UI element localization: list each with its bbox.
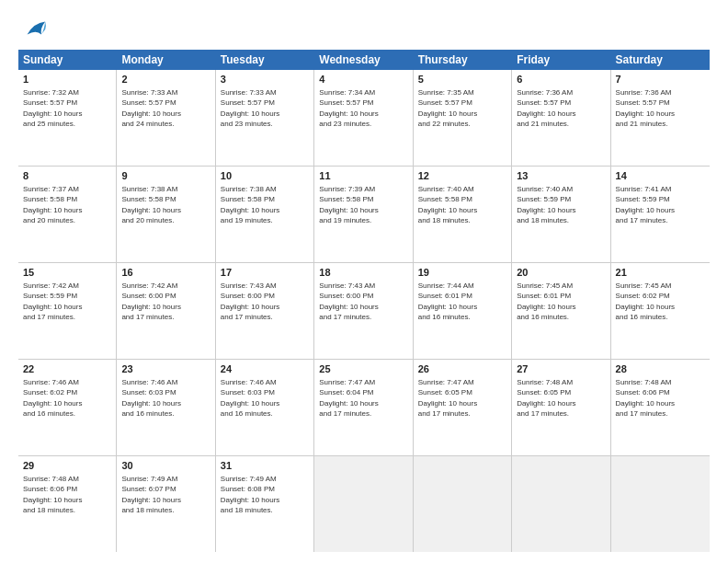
day-number: 14 bbox=[616, 169, 705, 183]
calendar-cell: 31Sunrise: 7:49 AMSunset: 6:08 PMDayligh… bbox=[216, 456, 314, 552]
day-number: 27 bbox=[517, 362, 605, 376]
calendar-cell: 11Sunrise: 7:39 AMSunset: 5:58 PMDayligh… bbox=[314, 167, 413, 262]
calendar-body: 1Sunrise: 7:32 AMSunset: 5:57 PMDaylight… bbox=[18, 70, 710, 552]
cell-info: Sunrise: 7:47 AMSunset: 6:05 PMDaylight:… bbox=[418, 378, 477, 418]
calendar-cell: 25Sunrise: 7:47 AMSunset: 6:04 PMDayligh… bbox=[314, 360, 413, 455]
calendar-cell: 15Sunrise: 7:42 AMSunset: 5:59 PMDayligh… bbox=[18, 263, 117, 359]
calendar-cell: 14Sunrise: 7:41 AMSunset: 5:59 PMDayligh… bbox=[611, 167, 710, 262]
day-number: 4 bbox=[319, 73, 407, 86]
calendar-cell: 26Sunrise: 7:47 AMSunset: 6:05 PMDayligh… bbox=[414, 360, 512, 455]
calendar-cell bbox=[512, 456, 610, 552]
day-number: 13 bbox=[517, 169, 605, 183]
calendar-cell: 23Sunrise: 7:46 AMSunset: 6:03 PMDayligh… bbox=[117, 360, 215, 455]
calendar-row: 22Sunrise: 7:46 AMSunset: 6:02 PMDayligh… bbox=[18, 360, 710, 456]
day-number: 1 bbox=[23, 73, 111, 86]
page: Sunday Monday Tuesday Wednesday Thursday… bbox=[0, 0, 728, 563]
cell-info: Sunrise: 7:46 AMSunset: 6:02 PMDaylight:… bbox=[23, 378, 82, 418]
day-number: 26 bbox=[418, 362, 506, 376]
day-number: 18 bbox=[319, 266, 407, 280]
cell-info: Sunrise: 7:33 AMSunset: 5:57 PMDaylight:… bbox=[221, 88, 279, 128]
calendar-cell: 12Sunrise: 7:40 AMSunset: 5:58 PMDayligh… bbox=[414, 167, 512, 262]
calendar-cell: 28Sunrise: 7:48 AMSunset: 6:06 PMDayligh… bbox=[611, 360, 710, 455]
day-number: 20 bbox=[517, 266, 605, 280]
cell-info: Sunrise: 7:41 AMSunset: 5:59 PMDaylight:… bbox=[616, 185, 675, 224]
logo-bird-icon bbox=[22, 17, 48, 42]
cell-info: Sunrise: 7:47 AMSunset: 6:04 PMDaylight:… bbox=[319, 378, 378, 418]
cell-info: Sunrise: 7:40 AMSunset: 5:59 PMDaylight:… bbox=[517, 185, 575, 224]
cell-info: Sunrise: 7:48 AMSunset: 6:06 PMDaylight:… bbox=[23, 475, 82, 514]
cell-info: Sunrise: 7:38 AMSunset: 5:58 PMDaylight:… bbox=[121, 185, 180, 224]
calendar-cell: 30Sunrise: 7:49 AMSunset: 6:07 PMDayligh… bbox=[117, 456, 215, 552]
day-number: 8 bbox=[23, 169, 111, 183]
cell-info: Sunrise: 7:43 AMSunset: 6:00 PMDaylight:… bbox=[319, 282, 378, 321]
calendar-cell: 2Sunrise: 7:33 AMSunset: 5:57 PMDaylight… bbox=[117, 70, 215, 166]
calendar-cell: 10Sunrise: 7:38 AMSunset: 5:58 PMDayligh… bbox=[216, 167, 314, 262]
cell-info: Sunrise: 7:46 AMSunset: 6:03 PMDaylight:… bbox=[221, 378, 279, 418]
calendar-row: 15Sunrise: 7:42 AMSunset: 5:59 PMDayligh… bbox=[18, 263, 710, 360]
cell-info: Sunrise: 7:36 AMSunset: 5:57 PMDaylight:… bbox=[616, 88, 675, 128]
cell-info: Sunrise: 7:45 AMSunset: 6:01 PMDaylight:… bbox=[517, 282, 575, 321]
day-number: 22 bbox=[23, 362, 111, 376]
calendar-cell: 1Sunrise: 7:32 AMSunset: 5:57 PMDaylight… bbox=[18, 70, 117, 166]
header-friday: Friday bbox=[512, 50, 610, 70]
day-number: 30 bbox=[121, 459, 210, 473]
calendar-cell: 4Sunrise: 7:34 AMSunset: 5:57 PMDaylight… bbox=[314, 70, 413, 166]
day-number: 5 bbox=[418, 73, 506, 86]
day-number: 21 bbox=[616, 266, 705, 280]
header-thursday: Thursday bbox=[414, 50, 512, 70]
day-number: 19 bbox=[418, 266, 506, 280]
header bbox=[18, 17, 710, 42]
calendar-cell: 3Sunrise: 7:33 AMSunset: 5:57 PMDaylight… bbox=[216, 70, 314, 166]
cell-info: Sunrise: 7:35 AMSunset: 5:57 PMDaylight:… bbox=[418, 88, 477, 128]
calendar-cell: 21Sunrise: 7:45 AMSunset: 6:02 PMDayligh… bbox=[611, 263, 710, 359]
day-number: 2 bbox=[121, 73, 210, 86]
calendar-cell: 18Sunrise: 7:43 AMSunset: 6:00 PMDayligh… bbox=[314, 263, 413, 359]
day-number: 15 bbox=[23, 266, 111, 280]
calendar-cell: 24Sunrise: 7:46 AMSunset: 6:03 PMDayligh… bbox=[216, 360, 314, 455]
calendar-cell: 5Sunrise: 7:35 AMSunset: 5:57 PMDaylight… bbox=[414, 70, 512, 166]
cell-info: Sunrise: 7:49 AMSunset: 6:08 PMDaylight:… bbox=[221, 475, 279, 514]
cell-info: Sunrise: 7:40 AMSunset: 5:58 PMDaylight:… bbox=[418, 185, 477, 224]
cell-info: Sunrise: 7:44 AMSunset: 6:01 PMDaylight:… bbox=[418, 282, 477, 321]
calendar-cell: 20Sunrise: 7:45 AMSunset: 6:01 PMDayligh… bbox=[512, 263, 610, 359]
calendar-cell bbox=[611, 456, 710, 552]
cell-info: Sunrise: 7:45 AMSunset: 6:02 PMDaylight:… bbox=[616, 282, 675, 321]
day-number: 16 bbox=[121, 266, 210, 280]
cell-info: Sunrise: 7:39 AMSunset: 5:58 PMDaylight:… bbox=[319, 185, 378, 224]
cell-info: Sunrise: 7:36 AMSunset: 5:57 PMDaylight:… bbox=[517, 88, 575, 128]
day-number: 17 bbox=[221, 266, 309, 280]
calendar-row: 1Sunrise: 7:32 AMSunset: 5:57 PMDaylight… bbox=[18, 70, 710, 167]
calendar-cell: 8Sunrise: 7:37 AMSunset: 5:58 PMDaylight… bbox=[18, 167, 117, 262]
header-sunday: Sunday bbox=[18, 50, 117, 70]
calendar-row: 29Sunrise: 7:48 AMSunset: 6:06 PMDayligh… bbox=[18, 456, 710, 552]
header-saturday: Saturday bbox=[611, 50, 710, 70]
calendar-cell: 16Sunrise: 7:42 AMSunset: 6:00 PMDayligh… bbox=[117, 263, 215, 359]
day-number: 3 bbox=[221, 73, 309, 86]
header-monday: Monday bbox=[117, 50, 215, 70]
cell-info: Sunrise: 7:46 AMSunset: 6:03 PMDaylight:… bbox=[121, 378, 180, 418]
cell-info: Sunrise: 7:42 AMSunset: 5:59 PMDaylight:… bbox=[23, 282, 82, 321]
cell-info: Sunrise: 7:38 AMSunset: 5:58 PMDaylight:… bbox=[221, 185, 279, 224]
day-number: 28 bbox=[616, 362, 705, 376]
day-number: 6 bbox=[517, 73, 605, 86]
calendar-cell bbox=[414, 456, 512, 552]
cell-info: Sunrise: 7:32 AMSunset: 5:57 PMDaylight:… bbox=[23, 88, 82, 128]
day-number: 12 bbox=[418, 169, 506, 183]
cell-info: Sunrise: 7:37 AMSunset: 5:58 PMDaylight:… bbox=[23, 185, 82, 224]
day-number: 24 bbox=[221, 362, 309, 376]
cell-info: Sunrise: 7:48 AMSunset: 6:06 PMDaylight:… bbox=[616, 378, 675, 418]
calendar-cell: 6Sunrise: 7:36 AMSunset: 5:57 PMDaylight… bbox=[512, 70, 610, 166]
cell-info: Sunrise: 7:33 AMSunset: 5:57 PMDaylight:… bbox=[121, 88, 180, 128]
calendar-cell: 13Sunrise: 7:40 AMSunset: 5:59 PMDayligh… bbox=[512, 167, 610, 262]
calendar-cell: 19Sunrise: 7:44 AMSunset: 6:01 PMDayligh… bbox=[414, 263, 512, 359]
day-number: 11 bbox=[319, 169, 407, 183]
calendar-cell bbox=[314, 456, 413, 552]
calendar-header: Sunday Monday Tuesday Wednesday Thursday… bbox=[18, 50, 710, 70]
calendar-cell: 7Sunrise: 7:36 AMSunset: 5:57 PMDaylight… bbox=[611, 70, 710, 166]
calendar-cell: 9Sunrise: 7:38 AMSunset: 5:58 PMDaylight… bbox=[117, 167, 215, 262]
cell-info: Sunrise: 7:49 AMSunset: 6:07 PMDaylight:… bbox=[121, 475, 180, 514]
day-number: 10 bbox=[221, 169, 309, 183]
cell-info: Sunrise: 7:43 AMSunset: 6:00 PMDaylight:… bbox=[221, 282, 279, 321]
day-number: 25 bbox=[319, 362, 407, 376]
calendar-cell: 29Sunrise: 7:48 AMSunset: 6:06 PMDayligh… bbox=[18, 456, 117, 552]
